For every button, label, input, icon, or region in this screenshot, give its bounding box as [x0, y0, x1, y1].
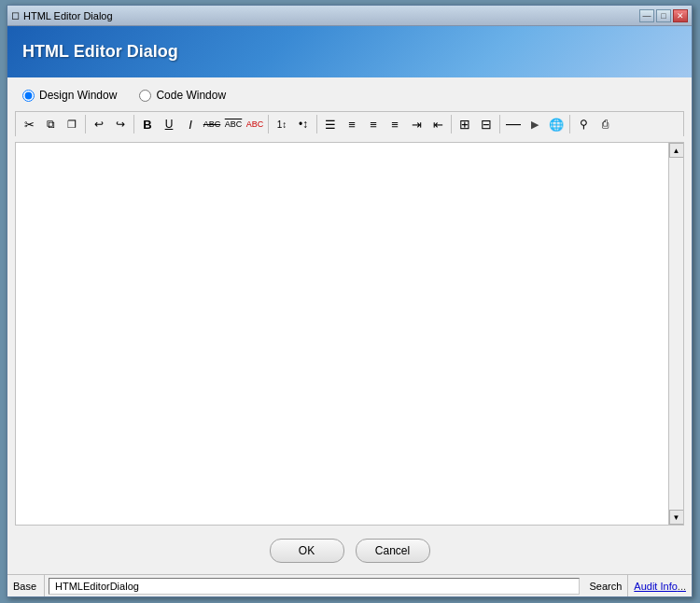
find-button[interactable]: ⚲: [573, 114, 594, 134]
cut-button[interactable]: ✂: [19, 114, 39, 134]
justify-button[interactable]: ≡: [385, 114, 405, 134]
editor-area[interactable]: ▲ ▼: [15, 142, 684, 526]
hr-button[interactable]: —: [503, 114, 524, 134]
code-window-option[interactable]: Code Window: [139, 89, 226, 102]
toolbar-separator-3: [268, 115, 269, 133]
window-body: HTML Editor Dialog Design Window Code Wi…: [7, 26, 692, 596]
toolbar-separator-5: [451, 115, 452, 133]
align-center-button[interactable]: ≡: [342, 114, 362, 134]
bul-list-button[interactable]: •↕: [293, 114, 314, 134]
dialog-title: HTML Editor Dialog: [22, 42, 178, 62]
scroll-down-arrow[interactable]: ▼: [669, 510, 684, 525]
redo-button[interactable]: ↪: [110, 114, 131, 134]
print-button[interactable]: ⎙: [595, 114, 615, 134]
toolbar-separator-6: [499, 115, 500, 133]
status-base-label: Base: [7, 575, 45, 596]
undo-button[interactable]: ↩: [89, 114, 109, 134]
dialog-header: HTML Editor Dialog: [7, 26, 692, 77]
italic-button[interactable]: I: [180, 114, 201, 134]
scroll-up-arrow[interactable]: ▲: [669, 143, 684, 158]
titlebar-controls: — □ ✕: [639, 9, 688, 22]
window-title-text: HTML Editor Dialog: [23, 10, 113, 21]
status-field-value: HTMLEditorDialog: [55, 581, 139, 592]
align-left-button[interactable]: ☰: [320, 114, 341, 134]
design-window-option[interactable]: Design Window: [22, 89, 117, 102]
search-button[interactable]: Search: [583, 575, 628, 596]
window-icon: ◻: [11, 9, 20, 21]
globe-button[interactable]: 🌐: [546, 114, 567, 134]
dialog-content: Design Window Code Window ✂ ⧉ ❐ ↩: [7, 77, 692, 574]
table-button[interactable]: ⊞: [455, 114, 475, 134]
audit-label: Audit Info: [634, 581, 677, 592]
close-button[interactable]: ✕: [673, 9, 688, 22]
scroll-track[interactable]: [669, 158, 683, 510]
bold-button[interactable]: B: [137, 114, 158, 134]
merge-button[interactable]: ⊟: [476, 114, 497, 134]
paste-button[interactable]: ❐: [62, 114, 82, 134]
titlebar-label: ◻ HTML Editor Dialog: [11, 9, 113, 21]
outdent-button[interactable]: ⇤: [427, 114, 448, 134]
design-window-label: Design Window: [39, 89, 117, 102]
ok-button[interactable]: OK: [270, 539, 344, 563]
toolbar-separator-1: [85, 115, 86, 133]
minimize-button[interactable]: —: [639, 9, 654, 22]
overline-button[interactable]: ABC: [223, 114, 244, 134]
search-label: Search: [589, 581, 622, 592]
design-window-radio[interactable]: [22, 90, 35, 102]
code-window-label: Code Window: [156, 89, 226, 102]
dialog-window: ◻ HTML Editor Dialog — □ ✕ HTML Editor D…: [7, 5, 693, 597]
strikethrough-button[interactable]: ABC: [202, 114, 222, 134]
editor-toolbar: ✂ ⧉ ❐ ↩ ↪ B U I ABC ABC: [15, 111, 684, 136]
editor-scrollbar[interactable]: ▲ ▼: [668, 143, 683, 525]
maximize-button[interactable]: □: [656, 9, 671, 22]
audit-dots: ...: [678, 581, 686, 592]
cancel-button[interactable]: Cancel: [356, 539, 430, 563]
toolbar-separator-7: [569, 115, 570, 133]
titlebar: ◻ HTML Editor Dialog — □ ✕: [7, 6, 692, 26]
status-bar: Base HTMLEditorDialog Search Audit Info …: [7, 574, 692, 596]
code-window-radio[interactable]: [139, 90, 151, 102]
indent-button[interactable]: ⇥: [406, 114, 427, 134]
copy-button[interactable]: ⧉: [40, 114, 61, 134]
num-list-button[interactable]: 1↕: [272, 114, 292, 134]
dialog-button-row: OK Cancel: [15, 531, 684, 567]
format-button[interactable]: ABC: [245, 114, 265, 134]
audit-info-button[interactable]: Audit Info ...: [628, 575, 692, 596]
special-button[interactable]: ▶: [525, 114, 545, 134]
underline-button[interactable]: U: [159, 114, 179, 134]
toolbar-separator-2: [133, 115, 134, 133]
view-mode-row: Design Window Code Window: [15, 85, 684, 105]
align-right-button[interactable]: ≡: [363, 114, 384, 134]
toolbar-separator-4: [316, 115, 317, 133]
